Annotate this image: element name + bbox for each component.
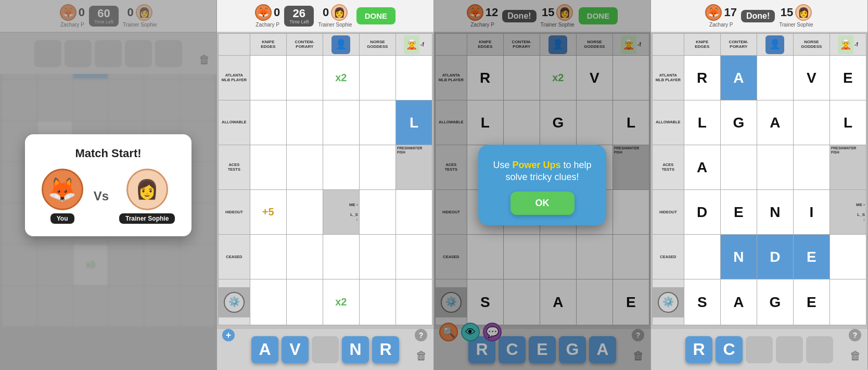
help-icon-4[interactable]: ? — [849, 329, 861, 341]
cell-6-1[interactable] — [250, 279, 286, 325]
p4-c5-2[interactable]: N — [720, 235, 757, 279]
col-header-5: 🧝 -f — [395, 34, 432, 56]
cell-6-5[interactable] — [395, 279, 432, 325]
power-ups-highlight: Power Ups — [512, 160, 560, 170]
p4-c5-4[interactable]: E — [793, 235, 829, 279]
cell-6-3[interactable]: x2 — [323, 279, 359, 325]
p4-tile-C[interactable]: C — [716, 336, 743, 363]
trash-icon-2[interactable]: 🗑 — [416, 349, 427, 363]
p4-c2-5[interactable]: L — [829, 100, 866, 145]
tile-empty — [312, 336, 339, 363]
p4-c6-4[interactable]: E — [793, 279, 829, 325]
ok-button[interactable]: OK — [510, 192, 575, 215]
panel2-header: 🦊 0 Zachary P 26 Time Left 0 👩 Trainer S… — [217, 0, 433, 32]
done-button-2[interactable]: DONE — [356, 7, 395, 24]
p4-c1-4[interactable]: V — [793, 56, 829, 100]
p4-c2-2[interactable]: G — [720, 100, 757, 145]
tile-V[interactable]: V — [282, 336, 309, 363]
crossword-grid-4: KNIFEEDGES CONTEM-PORARY 👤 NORSEGODDESS … — [651, 32, 867, 328]
p2-player1-name: Zachary P — [256, 22, 279, 28]
p4-player1-score: 🦊 17 Zachary P — [705, 4, 736, 28]
vs-text: Vs — [94, 189, 109, 203]
tile-N[interactable]: N — [342, 336, 369, 363]
p4-c6-3[interactable]: G — [757, 279, 793, 325]
cell-3-3[interactable] — [323, 145, 359, 190]
row-header-4: HIDEOUT — [219, 190, 250, 235]
p4-player1-avatar: 🦊 — [705, 4, 722, 21]
trainer-label: Trainer Sophie — [119, 213, 175, 224]
p4-c2-3[interactable]: A — [757, 100, 793, 145]
cell-3-2[interactable] — [286, 145, 323, 190]
p4-c5-5[interactable] — [829, 235, 866, 279]
p4-player2-score-num: 15 — [781, 6, 793, 19]
p2-player2-score: 0 👩 Trainer Sophie — [318, 4, 352, 28]
cell-5-4[interactable] — [359, 235, 395, 279]
p4-rh-4: HIDEOUT — [653, 190, 684, 235]
panel-1: 🦊 0 Zachary P 60 Time Left 0 👩 Trainer S… — [0, 0, 217, 370]
power-ups-text: Use Power Ups to helpsolve tricky clues! — [493, 159, 591, 184]
col-header-4: NORSEGODDESS — [359, 34, 395, 56]
p4-player2-avatar: 👩 — [795, 4, 812, 21]
p4-c5-3[interactable]: D — [757, 235, 793, 279]
p4-slot-3 — [806, 336, 833, 363]
p4-col-1: KNIFEEDGES — [684, 34, 720, 56]
cell-2-3[interactable] — [323, 100, 359, 145]
cell-1-4[interactable] — [359, 56, 395, 100]
p4-c6-2[interactable]: A — [720, 279, 757, 325]
p4-c2-1[interactable]: L — [684, 100, 720, 145]
trash-icon-4[interactable]: 🗑 — [850, 349, 861, 363]
p2-player1-score-num: 0 — [274, 6, 280, 19]
p4-c4-2[interactable]: E — [720, 190, 757, 235]
p4-rh-2: ALLOWABLE — [653, 100, 684, 145]
cell-1-2[interactable] — [286, 56, 323, 100]
cell-1-5[interactable] — [395, 56, 432, 100]
cell-5-2[interactable] — [286, 235, 323, 279]
p4-c1-2[interactable]: A — [720, 56, 757, 100]
p4-c3-1[interactable]: A — [684, 145, 720, 190]
p4-c1-3[interactable] — [757, 56, 793, 100]
p4-c1-5[interactable]: E — [829, 56, 866, 100]
cell-2-5[interactable]: L — [395, 100, 432, 145]
plus-icon-2[interactable]: + — [222, 329, 235, 341]
p4-c5-1[interactable] — [684, 235, 720, 279]
p4-c3-3[interactable] — [757, 145, 793, 190]
cell-2-2[interactable] — [286, 100, 323, 145]
p4-slot-1 — [746, 336, 773, 363]
p4-c3-4[interactable] — [793, 145, 829, 190]
tile-A[interactable]: A — [251, 336, 278, 363]
panel-2: 🦊 0 Zachary P 26 Time Left 0 👩 Trainer S… — [217, 0, 434, 370]
p4-c6-5[interactable] — [829, 279, 866, 325]
row-header-3: ACESTESTS — [219, 145, 250, 190]
cell-4-2[interactable] — [286, 190, 323, 235]
p4-c2-4[interactable] — [793, 100, 829, 145]
p2-player1-avatar: 🦊 — [255, 4, 272, 21]
cell-2-1[interactable] — [250, 100, 286, 145]
cell-5-5[interactable] — [395, 235, 432, 279]
cell-3-4[interactable] — [359, 145, 395, 190]
cell-6-2[interactable] — [286, 279, 323, 325]
p4-c1-1[interactable]: R — [684, 56, 720, 100]
cell-1-3[interactable]: x2 — [323, 56, 359, 100]
p4-c4-4[interactable]: I — [793, 190, 829, 235]
p4-rh-5: CEASED — [653, 235, 684, 279]
p4-c3-2[interactable] — [720, 145, 757, 190]
cell-5-3[interactable] — [323, 235, 359, 279]
cell-4-1[interactable]: +5 — [250, 190, 286, 235]
p4-c6-1[interactable]: S — [684, 279, 720, 325]
p4-c4-1[interactable]: D — [684, 190, 720, 235]
tile-R[interactable]: R — [372, 336, 399, 363]
help-icon-2[interactable]: ? — [415, 329, 427, 341]
cell-3-1[interactable] — [250, 145, 286, 190]
cell-6-4[interactable] — [359, 279, 395, 325]
cell-2-4[interactable] — [359, 100, 395, 145]
p2-player1-score: 🦊 0 Zachary P — [255, 4, 280, 28]
cell-4-3-hint: ME ›L_S↓ — [323, 190, 359, 235]
cell-4-5[interactable] — [395, 190, 432, 235]
p4-c3-5: FRESHWATERFISH — [829, 145, 866, 190]
p4-c4-3[interactable]: N — [757, 190, 793, 235]
cell-5-1[interactable] — [250, 235, 286, 279]
p4-tile-R[interactable]: R — [685, 336, 712, 363]
col-header-2: CONTEM-PORARY — [286, 34, 323, 56]
cell-4-4[interactable] — [359, 190, 395, 235]
cell-1-1[interactable] — [250, 56, 286, 100]
